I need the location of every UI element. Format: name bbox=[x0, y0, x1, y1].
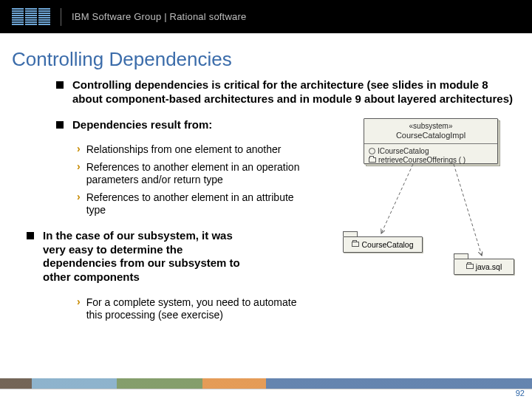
uml-operation: ICourseCatalog bbox=[378, 147, 429, 156]
footer: 92 bbox=[0, 375, 532, 399]
uml-class-name: CourseCatalogImpl bbox=[369, 131, 493, 140]
uml-package-coursecatalog: CourseCatalog bbox=[343, 236, 423, 253]
bullet-level1: Dependencies result from: bbox=[56, 118, 330, 132]
bullet-text: References to another element in an oper… bbox=[86, 161, 308, 187]
bullet-level2: › Relationships from one element to anot… bbox=[77, 143, 330, 157]
uml-package-label: CourseCatalog bbox=[361, 237, 413, 252]
bullet-level1: In the case of our subsystem, it was ver… bbox=[27, 229, 330, 284]
bullet-text: Relationships from one element to anothe… bbox=[86, 143, 282, 157]
uml-package-label: java.sql bbox=[476, 259, 502, 274]
bullet-text: In the case of our subsystem, it was ver… bbox=[43, 229, 250, 284]
uml-stereotype: «subsystem» bbox=[369, 122, 493, 131]
folder-icon bbox=[466, 264, 474, 269]
arrow-bullet-icon: › bbox=[77, 161, 81, 187]
breadcrumb: IBM Software Group | Rational software bbox=[72, 11, 246, 22]
bullet-level2: › References to another element in an op… bbox=[77, 161, 330, 187]
bullet-level2: › References to another element in an at… bbox=[77, 191, 330, 217]
bullet-level1: Controlling dependencies is critical for… bbox=[56, 78, 514, 106]
folder-icon bbox=[352, 242, 359, 247]
content-area: Controlling dependencies is critical for… bbox=[56, 78, 514, 327]
uml-operation: retrieveCourseOfferings ( ) bbox=[378, 156, 466, 165]
package-icon bbox=[369, 157, 376, 163]
square-bullet-icon bbox=[27, 232, 34, 239]
square-bullet-icon bbox=[56, 121, 64, 129]
page-number: 92 bbox=[516, 389, 525, 398]
bullet-level2: › For a complete system, you need to aut… bbox=[77, 296, 330, 322]
uml-subsystem-box: «subsystem» CourseCatalogImpl ICourseCat… bbox=[364, 118, 498, 164]
bullet-text: Dependencies result from: bbox=[72, 118, 212, 132]
top-bar: IBM Software Group | Rational software bbox=[0, 0, 532, 33]
ibm-logo bbox=[12, 8, 50, 25]
bullet-text: Controlling dependencies is critical for… bbox=[72, 78, 514, 106]
page-title: Controlling Dependencies bbox=[0, 33, 532, 71]
arrow-bullet-icon: › bbox=[77, 143, 81, 157]
footer-rule bbox=[0, 389, 532, 389]
uml-package-javasql: java.sql bbox=[454, 259, 514, 275]
arrow-bullet-icon: › bbox=[77, 191, 81, 217]
uml-diagram: «subsystem» CourseCatalogImpl ICourseCat… bbox=[343, 118, 514, 288]
bullet-text: References to another element in an attr… bbox=[86, 191, 308, 217]
bullet-text: For a complete system, you need to autom… bbox=[86, 296, 308, 322]
divider bbox=[61, 8, 61, 26]
arrow-bullet-icon: › bbox=[77, 296, 81, 322]
svg-line-0 bbox=[381, 164, 413, 233]
svg-line-1 bbox=[454, 164, 482, 256]
footer-decoration bbox=[0, 378, 532, 389]
square-bullet-icon bbox=[56, 81, 64, 89]
interface-icon bbox=[369, 148, 375, 154]
